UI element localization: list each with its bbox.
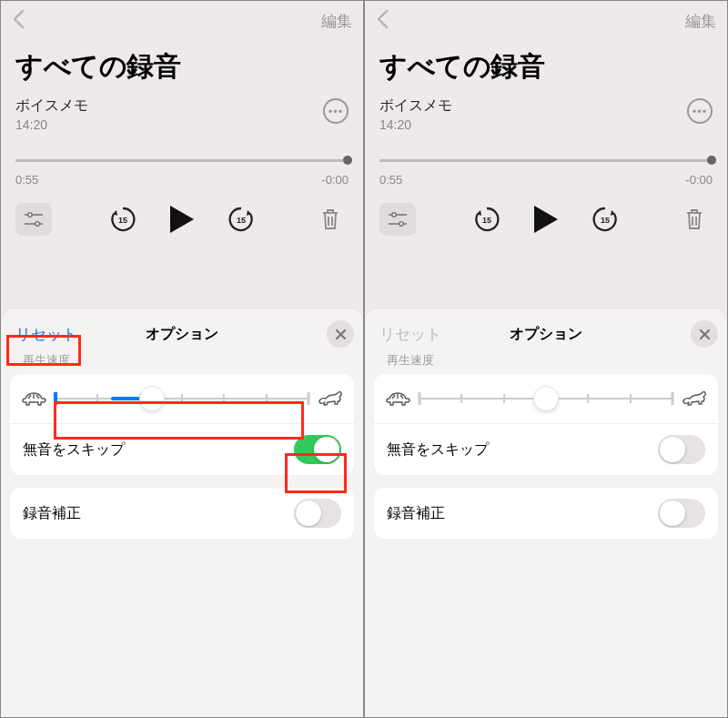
time-row: 0:55 -0:00 — [365, 167, 727, 187]
enhance-row: 録音補正 — [374, 488, 718, 539]
memo-time: 14:20 — [15, 117, 323, 132]
speed-card: 無音をスキップ — [10, 374, 354, 475]
skip-forward-15-icon: 15 — [591, 205, 620, 234]
options-sheet: リセット オプション 再生速度 — [1, 308, 363, 717]
skip-forward-15-icon: 15 — [227, 205, 256, 234]
sliders-icon — [24, 212, 44, 227]
svg-point-11 — [399, 222, 403, 226]
memo-name: ボイスメモ — [15, 96, 323, 116]
reset-button: リセット — [374, 320, 447, 349]
memo-info: ボイスメモ 14:20 — [15, 96, 323, 132]
phone-left: 編集 すべての録音 ボイスメモ 14:20 ••• 0:55 -0:00 15 … — [0, 0, 364, 718]
memo-info: ボイスメモ 14:20 — [379, 96, 687, 132]
speed-row — [374, 374, 718, 423]
time-row: 0:55 -0:00 — [1, 167, 363, 187]
svg-text:15: 15 — [482, 216, 491, 225]
memo-name: ボイスメモ — [379, 96, 687, 116]
section-label-speed: 再生速度 — [10, 347, 354, 374]
skip-forward-button[interactable]: 15 — [227, 205, 256, 234]
close-button[interactable] — [691, 320, 718, 348]
hare-icon — [682, 390, 707, 407]
time-elapsed: 0:55 — [379, 173, 402, 187]
section-label-speed: 再生速度 — [374, 347, 718, 374]
play-button[interactable] — [168, 204, 196, 235]
svg-point-3 — [35, 222, 39, 226]
nav-bar: 編集 — [365, 1, 727, 41]
timeline[interactable] — [1, 132, 363, 167]
edit-button[interactable]: 編集 — [321, 11, 352, 32]
nav-bar: 編集 — [1, 1, 363, 41]
svg-text:15: 15 — [601, 216, 610, 225]
page-title: すべての録音 — [365, 41, 727, 96]
delete-button[interactable] — [676, 203, 713, 236]
skip-silence-label: 無音をスキップ — [387, 440, 489, 460]
more-icon[interactable]: ••• — [323, 98, 349, 124]
skip-silence-label: 無音をスキップ — [23, 440, 125, 460]
speed-slider[interactable] — [420, 387, 672, 410]
skip-back-button[interactable]: 15 — [108, 205, 137, 234]
enhance-label: 録音補正 — [23, 504, 81, 523]
svg-point-9 — [392, 213, 396, 217]
play-icon — [168, 204, 196, 235]
time-elapsed: 0:55 — [15, 173, 38, 187]
play-icon — [532, 204, 560, 235]
transport-controls: 15 15 — [472, 204, 620, 235]
time-remaining: -0:00 — [685, 173, 713, 187]
timeline-track[interactable] — [15, 159, 349, 162]
skip-back-15-icon: 15 — [108, 205, 137, 234]
skip-back-button[interactable]: 15 — [472, 205, 501, 234]
svg-text:15: 15 — [118, 216, 127, 225]
page-title: すべての録音 — [1, 41, 363, 96]
more-icon[interactable]: ••• — [687, 98, 713, 124]
reset-button[interactable]: リセット — [10, 320, 83, 349]
enhance-row: 録音補正 — [10, 488, 354, 539]
timeline-knob-icon[interactable] — [343, 156, 352, 165]
sheet-header: リセット オプション — [10, 321, 354, 347]
svg-text:15: 15 — [237, 216, 246, 225]
trash-icon — [320, 207, 340, 231]
playback-controls: 15 15 — [365, 187, 727, 254]
tortoise-icon — [21, 390, 46, 407]
play-button[interactable] — [532, 204, 560, 235]
enhance-toggle[interactable] — [658, 499, 705, 528]
memo-time: 14:20 — [379, 117, 687, 132]
skip-silence-row: 無音をスキップ — [10, 423, 354, 475]
timeline[interactable] — [365, 132, 727, 167]
close-icon — [699, 329, 711, 340]
options-button[interactable] — [15, 203, 52, 236]
edit-button[interactable]: 編集 — [685, 11, 716, 32]
phone-right: 編集 すべての録音 ボイスメモ 14:20 ••• 0:55 -0:00 15 … — [364, 0, 728, 718]
svg-point-1 — [28, 213, 32, 217]
memo-row[interactable]: ボイスメモ 14:20 ••• — [1, 96, 363, 132]
tortoise-icon — [385, 390, 410, 407]
playback-controls: 15 15 — [1, 187, 363, 254]
speed-slider[interactable] — [56, 387, 308, 410]
timeline-knob-icon[interactable] — [707, 156, 716, 165]
sheet-header: リセット オプション — [374, 321, 718, 347]
skip-silence-toggle[interactable] — [294, 435, 341, 464]
time-remaining: -0:00 — [321, 173, 349, 187]
skip-silence-row: 無音をスキップ — [374, 423, 718, 475]
speed-row — [10, 374, 354, 423]
back-chevron-icon[interactable] — [12, 9, 25, 33]
skip-silence-toggle[interactable] — [658, 435, 705, 464]
delete-button[interactable] — [312, 203, 349, 236]
transport-controls: 15 15 — [108, 204, 256, 235]
hare-icon — [318, 390, 343, 407]
skip-back-15-icon: 15 — [472, 205, 501, 234]
slider-knob[interactable] — [139, 386, 165, 411]
back-chevron-icon[interactable] — [376, 9, 389, 33]
options-button[interactable] — [379, 203, 416, 236]
trash-icon — [684, 207, 704, 231]
options-sheet: リセット オプション 再生速度 — [365, 308, 727, 717]
sliders-icon — [388, 212, 408, 227]
enhance-label: 録音補正 — [387, 504, 445, 523]
timeline-track[interactable] — [379, 159, 713, 162]
close-button[interactable] — [327, 320, 354, 348]
memo-row[interactable]: ボイスメモ 14:20 ••• — [365, 96, 727, 132]
speed-card: 無音をスキップ — [374, 374, 718, 475]
close-icon — [335, 329, 347, 340]
enhance-toggle[interactable] — [294, 499, 341, 528]
slider-knob[interactable] — [533, 386, 559, 411]
skip-forward-button[interactable]: 15 — [591, 205, 620, 234]
